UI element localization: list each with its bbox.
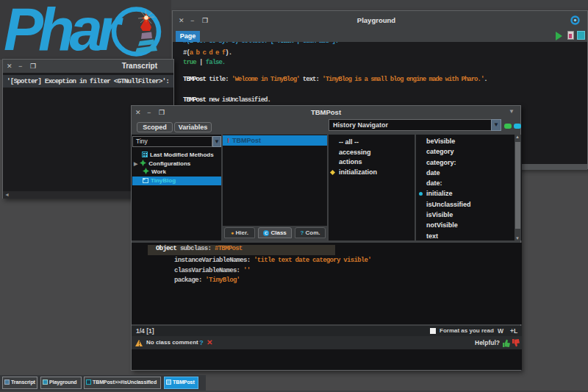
svg-text:Phar: Phar (4, 0, 124, 60)
